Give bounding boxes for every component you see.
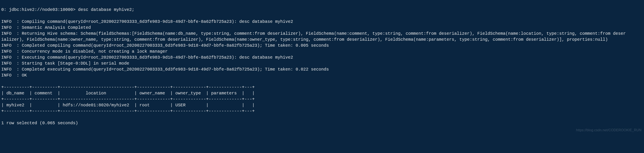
log-line: INFO : Semantic Analysis Completed: [1, 25, 643, 31]
table-separator: +----------+----------+-----------------…: [1, 108, 643, 114]
log-line: INFO : Completed executing command(query…: [1, 66, 643, 72]
table-separator: +----------+----------+-----------------…: [1, 84, 643, 90]
table-separator: +----------+----------+-----------------…: [1, 96, 643, 102]
result-table: +----------+----------+-----------------…: [1, 84, 643, 114]
watermark: https://blog.csdn.net/CODEROOKIE_RUN: [576, 128, 642, 132]
log-block: INFO : Compiling command(queryId=root_20…: [1, 19, 643, 78]
log-line: INFO : Returning Hive schema: Schema(fie…: [1, 31, 643, 37]
log-line: ializer), FieldSchema(name:owner_name, t…: [1, 37, 643, 42]
terminal-output: 0: jdbc:hive2://node03:10000> desc datab…: [0, 0, 644, 139]
log-line: INFO : OK: [1, 72, 643, 78]
table-row: | myhive2 | | hdfs://node01:8020/myhive2…: [1, 102, 643, 108]
log-line: INFO : Executing command(queryId=root_20…: [1, 54, 643, 60]
row-count-footer: 1 row selected (0.065 seconds): [1, 120, 643, 126]
log-line: INFO : Concurrency mode is disabled, not…: [1, 48, 643, 54]
sql-command: desc database myhive2;: [78, 7, 134, 12]
log-line: INFO : Compiling command(queryId=root_20…: [1, 19, 643, 25]
log-line: INFO : Completed compiling command(query…: [1, 42, 643, 48]
prompt-line[interactable]: 0: jdbc:hive2://node03:10000> desc datab…: [1, 7, 643, 13]
log-line: INFO : Starting task [Stage-0:DDL] in se…: [1, 60, 643, 66]
connection-prefix: 0: jdbc:hive2://node03:10000>: [1, 7, 78, 12]
table-header-row: | db_name | comment | location | owner_n…: [1, 90, 643, 96]
